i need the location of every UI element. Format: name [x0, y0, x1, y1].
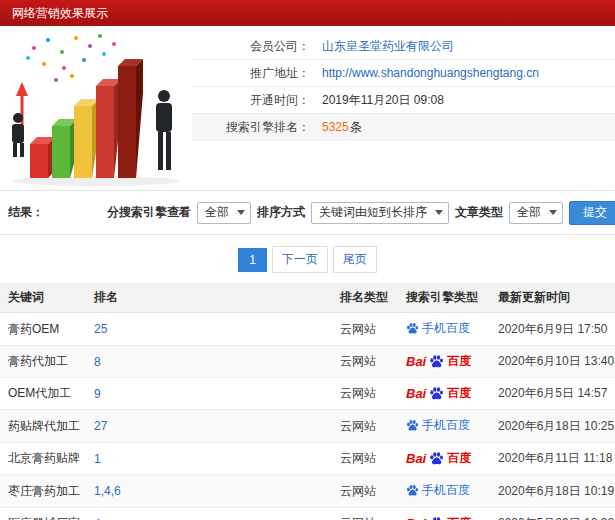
- rank-type-cell: 云网站: [332, 443, 398, 475]
- engine-cell: 手机百度: [398, 410, 490, 443]
- keyword-cell: 枣庄膏药加工: [0, 475, 86, 508]
- bar-icons: [30, 59, 143, 178]
- baidu-paw-icon: [429, 386, 444, 401]
- baidu-logo: Bai百度: [406, 353, 471, 370]
- info-link[interactable]: http://www.shandonghuangshengtang.cn: [322, 66, 539, 80]
- rank-type-cell: 云网站: [332, 346, 398, 378]
- engine-filter-select[interactable]: 全部: [197, 202, 251, 224]
- updated-cell: 2020年6月5日 14:57: [490, 378, 615, 410]
- info-row: 会员公司：山东皇圣堂药业有限公司: [192, 33, 615, 60]
- info-row: 搜索引擎排名：5325条: [192, 114, 615, 141]
- column-header: 排名: [86, 283, 332, 313]
- rank-cell[interactable]: 8: [86, 346, 332, 378]
- table-row: 医疗器械厂家4云网站Bai百度2020年5月29日 10:32: [0, 508, 615, 520]
- info-label: 会员公司：: [192, 38, 310, 55]
- rank-type-cell: 云网站: [332, 378, 398, 410]
- filter-bar: 结果： 分搜索引擎查看 全部 排序方式 关键词由短到长排序 文章类型 全部 提交: [0, 191, 615, 235]
- submit-button[interactable]: 提交: [569, 201, 615, 225]
- updated-cell: 2020年6月11日 11:18: [490, 443, 615, 475]
- engine-cell: Bai百度: [398, 443, 490, 475]
- baidu-logo-text: 百度: [447, 385, 471, 402]
- table-row: 北京膏药贴牌1云网站Bai百度2020年6月11日 11:18: [0, 443, 615, 475]
- table-body: 膏药OEM25云网站手机百度2020年6月9日 17:50膏药代加工8云网站Ba…: [0, 313, 615, 520]
- ranking-table: 关键词排名排名类型搜索引擎类型最新更新时间 膏药OEM25云网站手机百度2020…: [0, 283, 615, 520]
- rank-type-cell: 云网站: [332, 410, 398, 443]
- baidu-paw-icon: [406, 484, 419, 497]
- page-title: 网络营销效果展示: [12, 5, 108, 22]
- engine-label: 手机百度: [422, 417, 470, 434]
- engine-cell: Bai百度: [398, 346, 490, 378]
- rank-type-cell: 云网站: [332, 508, 398, 520]
- baidu-paw-icon: [429, 516, 444, 520]
- baidu-logo-text: Bai: [406, 354, 426, 369]
- rank-type-cell: 云网站: [332, 475, 398, 508]
- engine-cell: 手机百度: [398, 475, 490, 508]
- baidu-paw-icon: [429, 451, 444, 466]
- result-label: 结果：: [8, 204, 44, 221]
- baidu-logo-text: 百度: [447, 450, 471, 467]
- rank-cell[interactable]: 27: [86, 410, 332, 443]
- pagination: 1 下一页 尾页: [0, 235, 615, 283]
- last-page-button[interactable]: 尾页: [333, 246, 377, 273]
- sort-label: 排序方式: [257, 204, 305, 221]
- table-row: 药贴牌代加工27云网站手机百度2020年6月18日 10:25: [0, 410, 615, 443]
- next-page-button[interactable]: 下一页: [272, 246, 328, 273]
- paw-wrap: [429, 516, 444, 520]
- info-label: 搜索引擎排名：: [192, 119, 310, 136]
- rank-cell[interactable]: 4: [86, 508, 332, 520]
- page-header: 网络营销效果展示: [0, 0, 615, 26]
- baidu-logo-text: Bai: [406, 451, 426, 466]
- rank-cell[interactable]: 1: [86, 443, 332, 475]
- ranking-count: 5325: [322, 120, 349, 134]
- baidu-logo: Bai百度: [406, 450, 471, 467]
- sort-value: 关键词由短到长排序: [319, 204, 427, 221]
- rank-cell[interactable]: 1,4,6: [86, 475, 332, 508]
- account-info-section: 会员公司：山东皇圣堂药业有限公司推广地址：http://www.shandong…: [0, 26, 615, 191]
- table-header-row: 关键词排名排名类型搜索引擎类型最新更新时间: [0, 283, 615, 313]
- mobile-baidu-logo: 手机百度: [406, 320, 470, 337]
- keyword-cell: 药贴牌代加工: [0, 410, 86, 443]
- mobile-baidu-logo: 手机百度: [406, 482, 470, 499]
- engine-cell: Bai百度: [398, 508, 490, 520]
- rank-type-cell: 云网站: [332, 313, 398, 346]
- updated-cell: 2020年5月29日 10:32: [490, 508, 615, 520]
- bar-chart-illustration: [4, 30, 186, 188]
- engine-filter-label: 分搜索引擎查看: [107, 204, 191, 221]
- info-label: 开通时间：: [192, 92, 310, 109]
- page-button-current[interactable]: 1: [238, 248, 267, 272]
- column-header: 最新更新时间: [490, 283, 615, 313]
- sort-select[interactable]: 关键词由短到长排序: [311, 202, 449, 224]
- article-type-select[interactable]: 全部: [509, 202, 563, 224]
- article-type-value: 全部: [517, 204, 541, 221]
- article-type-label: 文章类型: [455, 204, 503, 221]
- paw-wrap: [429, 354, 444, 369]
- table-row: 膏药OEM25云网站手机百度2020年6月9日 17:50: [0, 313, 615, 346]
- paw-wrap: [429, 451, 444, 466]
- rank-cell[interactable]: 9: [86, 378, 332, 410]
- table-row: 膏药代加工8云网站Bai百度2020年6月10日 13:40: [0, 346, 615, 378]
- confetti-dots: [26, 34, 116, 82]
- info-link[interactable]: 山东皇圣堂药业有限公司: [322, 38, 454, 55]
- updated-cell: 2020年6月18日 10:19: [490, 475, 615, 508]
- paw-wrap: [406, 419, 419, 432]
- chevron-down-icon: [237, 210, 245, 215]
- rank-cell[interactable]: 25: [86, 313, 332, 346]
- table-row: 枣庄膏药加工1,4,6云网站手机百度2020年6月18日 10:19: [0, 475, 615, 508]
- keyword-cell: 膏药代加工: [0, 346, 86, 378]
- filter-controls: 分搜索引擎查看 全部 排序方式 关键词由短到长排序 文章类型 全部 提交: [107, 201, 615, 225]
- paw-wrap: [406, 322, 419, 335]
- chevron-down-icon: [549, 210, 557, 215]
- updated-cell: 2020年6月18日 10:25: [490, 410, 615, 443]
- keyword-cell: OEM代加工: [0, 378, 86, 410]
- keyword-cell: 膏药OEM: [0, 313, 86, 346]
- column-header: 排名类型: [332, 283, 398, 313]
- updated-cell: 2020年6月9日 17:50: [490, 313, 615, 346]
- keyword-cell: 医疗器械厂家: [0, 508, 86, 520]
- info-rows: 会员公司：山东皇圣堂药业有限公司推广地址：http://www.shandong…: [192, 26, 615, 141]
- column-header: 搜索引擎类型: [398, 283, 490, 313]
- info-row: 开通时间：2019年11月20日 09:08: [192, 87, 615, 114]
- info-row: 推广地址：http://www.shandonghuangshengtang.c…: [192, 60, 615, 87]
- paw-wrap: [429, 386, 444, 401]
- paw-wrap: [406, 484, 419, 497]
- baidu-paw-icon: [406, 322, 419, 335]
